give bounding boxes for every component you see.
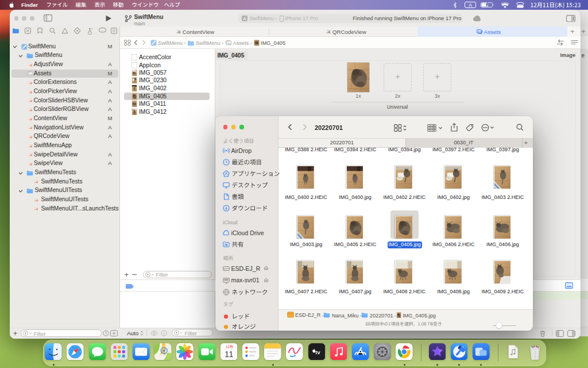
svg-text:11: 11 xyxy=(225,350,233,359)
svg-text:tv: tv xyxy=(315,349,320,355)
svg-text:A: A xyxy=(469,2,472,8)
